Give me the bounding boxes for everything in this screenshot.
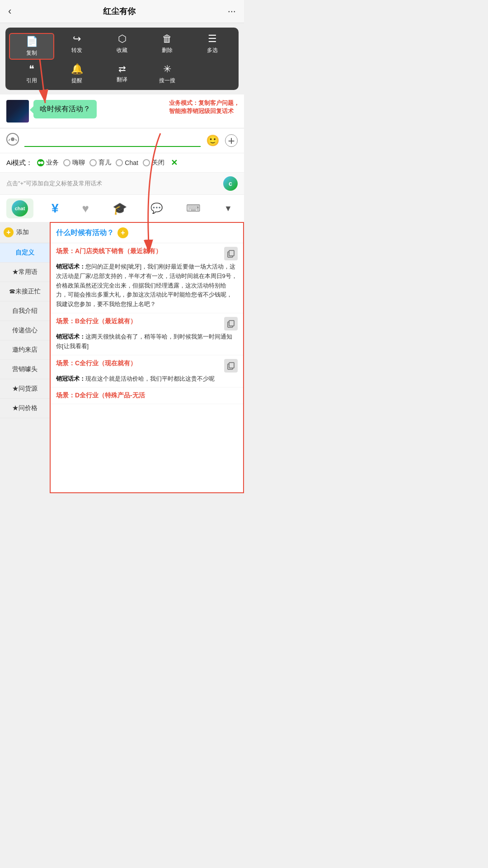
header: ‹ 红尘有你 ··· [0,0,244,23]
avatar-image [6,100,29,123]
context-menu-remind[interactable]: 🔔 提醒 [54,63,99,85]
toolbar: chat ¥ ♥ 🎓 💬 ⌨ ▼ [0,194,244,222]
context-menu-quote[interactable]: ❝ 引用 [9,63,54,85]
scenario-content-b: 销冠话术：这两天很快就会有了，稍等等哈，到时候我第一时间通知你[让我看看] [56,332,238,351]
sidebar-item-price[interactable]: ★问价格 [0,399,50,418]
toolbar-heart-btn[interactable]: ♥ [77,200,94,217]
context-menu-delete[interactable]: 🗑 删除 [145,33,190,60]
forward-label: 转发 [71,47,82,54]
scenario-block-a: 场景：A门店类线下销售（最近就有） 销冠话术：您问的正是时候[呲牙]，我们刚好最… [51,243,243,313]
content-add-button[interactable]: + [117,227,128,238]
collect-icon: ⬡ [118,33,127,45]
hat-icon: 🎓 [113,202,127,216]
ai-mode-options: 业务 嗨聊 育儿 Chat 关闭 [37,159,164,167]
back-button[interactable]: ‹ [8,5,11,17]
sidebar: + 添加 自定义 ★常用语 ☎未接正忙 自我介绍 传递信心 邀约来店 营销噱头 … [0,222,50,493]
chat-bubble: 啥时候有活动？ [33,100,97,118]
sidebar-item-self[interactable]: 自我介绍 [0,302,50,321]
down-arrow-icon: ▼ [224,204,232,213]
quote-label: 引用 [26,77,37,85]
translate-label: 翻译 [117,76,127,84]
scenario-title-a: 场景：A门店类线下销售（最近就有） [56,247,238,260]
multiselect-label: 多选 [207,47,218,54]
context-menu-search[interactable]: ✳ 搜一搜 [145,63,190,85]
radio-parenting [89,159,97,166]
toolbar-down-btn[interactable]: ▼ [219,202,238,215]
toolbar-yuan-btn[interactable]: ¥ [46,199,64,217]
scenario-title-c: 场景：C全行业（现在就有） [56,359,238,373]
page-title: 红尘有你 [103,6,136,17]
ai-mode-bar: Ai模式： 业务 嗨聊 育儿 Chat 关闭 ✕ [0,153,244,172]
toolbar-chat-text-btn[interactable]: 💬 [145,201,168,216]
remind-label: 提醒 [71,77,82,85]
context-menu-forward[interactable]: ↪ 转发 [54,33,99,60]
sidebar-item-marketing[interactable]: 营销噱头 [0,360,50,379]
radio-close [143,159,150,166]
content-question-header: 什么时候有活动？ + [51,223,243,243]
search-icon: ✳ [163,63,171,75]
context-menu-translate[interactable]: ⇄ 翻译 [99,63,145,85]
multiselect-icon: ☰ [208,33,217,45]
search-label: 搜一搜 [159,77,175,85]
sidebar-item-custom[interactable]: 自定义 [0,243,50,263]
content-panel: 什么时候有活动？ + 场景：A门店类线下销售（最近就有） 销冠话术：您问的正是时… [50,222,244,493]
context-menu-multiselect[interactable]: ☰ 多选 [190,33,235,60]
chat-text-icon: 💬 [150,203,163,214]
radio-chat [63,159,70,166]
scenario-block-b: 场景：B全行业（最近就有） 销冠话术：这两天很快就会有了，稍等等哈，到时候我第一… [51,313,243,355]
add-circle-icon: + [4,227,14,237]
chat-bubble-text: 啥时候有活动？ [40,105,90,113]
sidebar-item-source[interactable]: ★问货源 [0,379,50,399]
voice-button[interactable] [6,133,19,148]
copy-button-a[interactable] [224,247,238,260]
toolbar-hat-btn[interactable]: 🎓 [107,200,132,217]
ai-close-button[interactable]: ✕ [171,158,178,168]
ai-mode-parenting[interactable]: 育儿 [89,159,111,167]
tips-text: 点击"+"可添加自定义标签及常用话术 [6,179,102,188]
ai-mode-chatgpt[interactable]: Chat [116,159,138,166]
scenario-block-d: 场景：D全行业（特殊产品-无活 [51,387,243,404]
sidebar-item-missed[interactable]: ☎未接正忙 [0,282,50,302]
message-input[interactable] [24,134,201,147]
sidebar-item-trust[interactable]: 传递信心 [0,321,50,340]
ai-mode-chat-label: 嗨聊 [72,159,85,167]
scenario-title-c-text: 场景：C全行业（现在就有） [56,359,221,368]
ai-mode-chatgpt-label: Chat [125,159,138,166]
sidebar-add-label: 添加 [16,228,29,236]
sidebar-item-invite[interactable]: 邀约来店 [0,340,50,360]
scenario-content-c-text: 现在这个就是活动价哈，我们平时都比这贵不少呢 [85,375,215,382]
ai-mode-close[interactable]: 关闭 [143,159,164,167]
ai-mode-business-label: 业务 [46,159,59,167]
ai-mode-chat[interactable]: 嗨聊 [63,159,85,167]
avatar [6,100,29,123]
page-wrapper: ‹ 红尘有你 ··· 📄 复制 ↪ 转发 ⬡ 收藏 🗑 删除 ☰ 多选 ❝ 引用 [0,0,244,493]
context-menu-collect[interactable]: ⬡ 收藏 [99,33,145,60]
main-content: + 添加 自定义 ★常用语 ☎未接正忙 自我介绍 传递信心 邀约来店 营销噱头 … [0,222,244,493]
context-menu-copy[interactable]: 📄 复制 [9,33,54,60]
heart-icon: ♥ [82,202,89,216]
plus-button[interactable]: + [225,134,238,147]
sidebar-add-button[interactable]: + 添加 [0,222,50,243]
input-area: 🙂 + [0,128,244,153]
scenario-title-b: 场景：B全行业（最近就有） [56,317,238,330]
svg-rect-5 [229,321,234,326]
ai-mode-parenting-label: 育儿 [99,159,111,167]
ai-mode-close-label: 关闭 [152,159,164,167]
sidebar-item-common[interactable]: ★常用语 [0,263,50,282]
radio-chatgpt [116,159,123,166]
emoji-button[interactable]: 🙂 [206,134,220,147]
quote-icon: ❝ [29,63,34,75]
toolbar-keyboard-btn[interactable]: ⌨ [181,201,206,216]
toolbar-chat-btn[interactable]: chat [6,198,33,218]
more-button[interactable]: ··· [228,5,236,17]
chat-badge: chat [12,200,28,217]
keyboard-icon: ⌨ [186,203,201,214]
ai-mode-business[interactable]: 业务 [37,159,59,167]
scenario-title-a-text: 场景：A门店类线下销售（最近就有） [56,247,221,256]
copy-label: 复制 [26,49,37,57]
tips-bar: 点击"+"可添加自定义标签及常用话术 c [0,172,244,194]
copy-button-c[interactable] [224,359,238,373]
chat-area: 啥时候有活动？ 业务模式：复制客户问题，智能推荐销冠级回复话术 [0,94,244,128]
copy-button-b[interactable] [224,317,238,330]
content-question-text: 什么时候有活动？ [56,228,114,238]
